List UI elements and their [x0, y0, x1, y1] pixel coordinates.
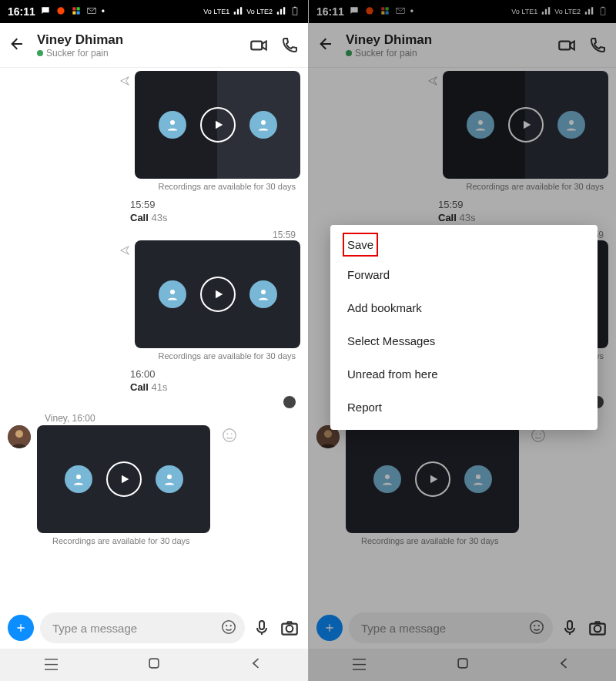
reddit-icon: [55, 5, 66, 18]
status-bar: 16:11 • Vo LTE1 Vo LTE2: [0, 0, 308, 23]
voice-call-button[interactable]: [279, 35, 300, 56]
play-button[interactable]: [200, 107, 236, 143]
sender-label: Viney, 16:00: [45, 413, 300, 424]
svg-rect-26: [149, 659, 159, 668]
participant-avatar-icon: [65, 465, 92, 493]
svg-point-18: [226, 433, 228, 434]
participant-avatar-icon: [159, 111, 186, 139]
add-button[interactable]: [8, 615, 34, 641]
participant-avatar-icon: [159, 280, 186, 308]
participant-avatar-icon: [249, 111, 277, 139]
sent-icon: [119, 245, 132, 259]
app-icon-1: [71, 5, 82, 18]
emoji-icon[interactable]: [220, 619, 237, 638]
video-call-button[interactable]: [248, 35, 270, 56]
sender-avatar[interactable]: [8, 425, 31, 448]
menu-item-unread-from-here[interactable]: Unread from here: [330, 357, 598, 391]
svg-point-17: [223, 429, 236, 442]
svg-point-15: [76, 475, 81, 479]
svg-rect-1: [72, 7, 75, 10]
online-dot-icon: [37, 50, 43, 56]
svg-rect-4: [76, 11, 79, 14]
menu-item-select-messages[interactable]: Select Messages: [330, 324, 598, 357]
menu-item-save[interactable]: Save: [341, 231, 380, 258]
android-navbar: |||: [0, 649, 308, 681]
recents-button[interactable]: |||: [43, 657, 59, 673]
recording-thumbnail[interactable]: [37, 425, 210, 533]
play-button[interactable]: [200, 277, 236, 312]
camera-button[interactable]: [279, 617, 300, 639]
back-button[interactable]: [8, 35, 28, 56]
clock: 16:11: [8, 5, 35, 18]
svg-rect-3: [72, 11, 75, 14]
nav-back-button[interactable]: [249, 656, 264, 675]
sent-icon: [119, 75, 132, 89]
call-log-entry[interactable]: Call 41s: [130, 381, 296, 393]
context-menu: Save Forward Add bookmark Select Message…: [330, 225, 598, 430]
mail-icon: [86, 5, 97, 18]
message-placeholder: Type a message: [52, 622, 214, 635]
call-log-entry[interactable]: Call 43s: [130, 212, 296, 223]
svg-point-16: [167, 475, 172, 479]
participant-avatar-icon: [156, 465, 183, 493]
menu-item-forward[interactable]: Forward: [330, 258, 598, 291]
chat-header: Viney Dhiman Sucker for pain: [0, 23, 308, 68]
network-label-2: Vo LTE2: [246, 8, 273, 15]
svg-point-22: [230, 625, 232, 626]
phone-left: 16:11 • Vo LTE1 Vo LTE2 Viney Dhiman: [0, 0, 308, 681]
recording-caption: Recordings are available for 30 days: [52, 536, 296, 545]
svg-point-9: [170, 120, 175, 125]
menu-item-report[interactable]: Report: [330, 391, 598, 424]
read-receipt-avatar: [283, 396, 296, 408]
contact-status: Sucker for pain: [37, 48, 123, 59]
composer: Type a message: [0, 607, 308, 649]
svg-rect-2: [76, 7, 79, 10]
svg-rect-7: [294, 7, 296, 8]
svg-rect-6: [293, 8, 297, 15]
message-time: 15:59: [130, 199, 291, 210]
signal-icon-1: [233, 5, 243, 18]
svg-point-21: [226, 625, 227, 626]
message-list[interactable]: Recordings are available for 30 days 15:…: [0, 68, 308, 607]
recording-thumbnail[interactable]: [135, 240, 300, 348]
mic-button[interactable]: [251, 617, 273, 639]
phone-right: 16:11 • Vo LTE1 Vo LTE2 Viney Dhiman: [308, 0, 616, 681]
home-button[interactable]: [146, 656, 162, 675]
recording-caption: Recordings are available for 30 days: [8, 182, 296, 191]
battery-icon: [290, 5, 300, 18]
network-label-1: Vo LTE1: [203, 8, 229, 15]
signal-icon-2: [276, 5, 286, 18]
svg-rect-23: [259, 621, 264, 629]
svg-point-11: [170, 290, 175, 294]
contact-name[interactable]: Viney Dhiman: [37, 32, 123, 48]
participant-avatar-icon: [249, 280, 277, 308]
svg-point-12: [261, 290, 266, 294]
chat-icon: [40, 5, 51, 18]
message-input[interactable]: Type a message: [40, 612, 245, 643]
message-time: 15:59: [8, 230, 300, 240]
message-time: 16:00: [130, 368, 291, 380]
react-button[interactable]: [219, 425, 239, 445]
menu-item-add-bookmark[interactable]: Add bookmark: [330, 291, 598, 324]
svg-point-10: [261, 120, 266, 125]
play-button[interactable]: [106, 461, 142, 497]
svg-rect-8: [251, 41, 262, 49]
svg-point-19: [231, 433, 233, 434]
svg-point-25: [286, 626, 293, 632]
svg-point-0: [57, 7, 64, 14]
svg-point-14: [15, 430, 23, 438]
more-notif-icon: •: [102, 6, 105, 17]
recording-caption: Recordings are available for 30 days: [8, 351, 296, 361]
svg-point-20: [223, 620, 236, 633]
recording-thumbnail[interactable]: [135, 71, 300, 179]
